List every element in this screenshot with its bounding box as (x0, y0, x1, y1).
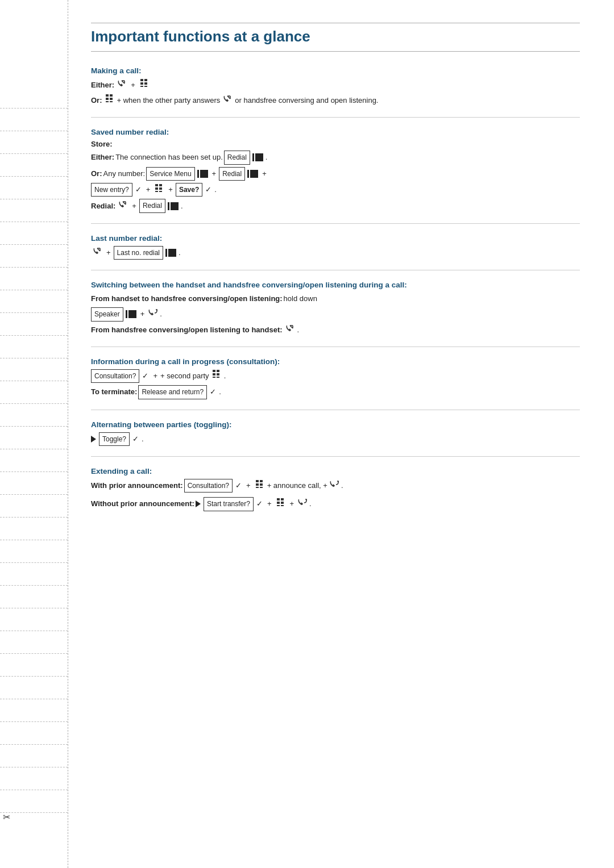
store-subheading: Store: (91, 140, 580, 148)
svg-rect-7 (110, 94, 113, 97)
svg-rect-25 (260, 480, 263, 482)
toggling-row: Toggle? ✓ . (91, 432, 580, 446)
period-last: . (179, 247, 181, 259)
toggle-button[interactable]: Toggle? (99, 432, 130, 446)
announce-text: + announce call, + (267, 479, 327, 492)
without-prior-row: Without prior announcement: Start transf… (91, 497, 580, 511)
phone-handset-icon-4 (92, 247, 102, 259)
svg-rect-24 (256, 480, 259, 482)
checkmark-new-entry: ✓ (135, 183, 142, 196)
period-with-prior: . (341, 479, 343, 492)
checkmark-terminate: ✓ (210, 386, 216, 398)
checkmark-with-prior: ✓ (235, 479, 242, 492)
save-button[interactable]: Save? (176, 183, 202, 197)
black-block-6 (126, 310, 136, 318)
svg-rect-0 (140, 79, 143, 81)
service-menu-button[interactable]: Service Menu (146, 167, 194, 181)
redial-button-3[interactable]: Redial (139, 199, 165, 212)
terminate-row: To terminate: Release and return? ✓ . (91, 385, 580, 399)
period-consultation: . (224, 370, 226, 382)
switching-from-hf-row: From handsfree conversing/open listening… (91, 324, 580, 336)
svg-rect-11 (110, 101, 113, 102)
consultation-button[interactable]: Consultation? (91, 369, 139, 383)
from-hf-label: From handsfree conversing/open listening… (91, 324, 283, 336)
section-consultation: Information during a call in progress (c… (91, 347, 580, 410)
section-switching: Switching between the handset and handsf… (91, 270, 580, 347)
phone-handset-icon-3 (118, 200, 128, 212)
any-number-text: Any number: (103, 168, 146, 180)
svg-rect-9 (110, 98, 113, 100)
black-block-5 (165, 249, 176, 257)
svg-rect-15 (159, 187, 162, 190)
redial-button-2[interactable]: Redial (219, 167, 245, 181)
switching-speaker-row: Speaker + . (91, 307, 580, 321)
or-label-saved: Or: (91, 168, 102, 180)
either-label: Either: (91, 79, 114, 91)
keypad-icon-1 (139, 78, 150, 87)
svg-rect-14 (155, 187, 158, 190)
black-block-3 (247, 170, 258, 178)
or-label-making: Or: (91, 94, 102, 107)
checkmark-save: ✓ (205, 183, 211, 196)
redial-label: Redial: (91, 200, 115, 212)
switching-from-handset-row: From handset to handsfree conversing/ope… (91, 293, 580, 305)
period-hf: . (297, 324, 300, 336)
consultation-button-2[interactable]: Consultation? (184, 479, 233, 493)
svg-rect-28 (256, 487, 259, 488)
phone-handset-icon-5 (285, 324, 295, 336)
hold-down-text: hold down (284, 293, 317, 305)
making-call-or-row: Or: + when the other party answers (91, 94, 580, 107)
terminate-label: To terminate: (91, 386, 137, 398)
redial-row: Redial: + Redial . (91, 199, 580, 212)
section-last-redial: Last number redial: + Last no. redial (91, 224, 580, 270)
svg-rect-26 (256, 483, 259, 486)
toggling-heading: Alternating between parties (toggling): (91, 420, 580, 429)
saved-redial-heading: Saved number redial: (91, 128, 580, 136)
second-party-text: + second party (160, 370, 209, 382)
svg-rect-6 (106, 94, 109, 97)
return-phone-icon (147, 308, 159, 320)
play-triangle-icon-2 (196, 500, 201, 507)
svg-rect-17 (159, 191, 162, 192)
play-triangle-icon (91, 436, 96, 443)
plus-sign-1: + (131, 79, 135, 91)
section-toggling: Alternating between parties (toggling): … (91, 410, 580, 457)
new-entry-button[interactable]: New entry? (91, 183, 132, 197)
svg-rect-29 (260, 487, 263, 488)
release-button[interactable]: Release and return? (138, 385, 207, 399)
or-making-suffix: or handsfree conversing and open listeni… (235, 94, 378, 107)
svg-rect-30 (277, 498, 280, 500)
consultation-row: Consultation? ✓ + + second party (91, 369, 580, 383)
speaker-button[interactable]: Speaker (91, 307, 123, 321)
period-1: . (265, 151, 268, 164)
with-prior-label: With prior announcement: (91, 479, 183, 492)
consultation-heading: Information during a call in progress (c… (91, 357, 580, 366)
black-block-4 (168, 202, 179, 210)
redial-button-1[interactable]: Redial (224, 151, 250, 164)
svg-rect-33 (281, 502, 284, 504)
either-text-saved: The connection has been set up. (115, 151, 223, 164)
or-making-text: + when the other party answers (117, 94, 221, 107)
start-transfer-button[interactable]: Start transfer? (204, 497, 254, 511)
making-call-heading: Making a call: (91, 66, 580, 75)
last-redial-heading: Last number redial: (91, 234, 580, 243)
keypad-icon-5 (255, 479, 265, 489)
saved-or-row: Or: Any number: Service Menu + Redial (91, 167, 580, 181)
with-prior-row: With prior announcement: Consultation? ✓… (91, 479, 580, 493)
section-saved-redial: Saved number redial: Store: Either: The … (91, 118, 580, 224)
period-toggle: . (142, 433, 144, 445)
period-save: . (214, 183, 217, 196)
black-block-2 (197, 170, 208, 178)
checkmark-consultation: ✓ (142, 370, 148, 382)
svg-rect-12 (155, 184, 158, 186)
keypad-icon-6 (276, 498, 286, 507)
svg-rect-1 (144, 79, 147, 81)
svg-rect-3 (144, 82, 147, 85)
last-redial-row: + Last no. redial . (91, 246, 580, 260)
last-no-button[interactable]: Last no. redial (114, 246, 163, 260)
keypad-icon-3 (154, 183, 164, 193)
page-title: Important functions at a glance (91, 28, 580, 52)
svg-rect-34 (277, 505, 280, 506)
svg-rect-35 (281, 505, 284, 506)
left-margin: ✂ (0, 0, 68, 868)
